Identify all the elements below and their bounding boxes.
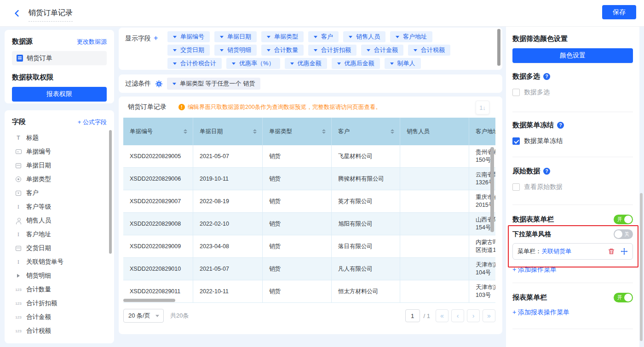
filter-condition-tag[interactable]: 单据类型 等于任意一个 销货 bbox=[167, 78, 260, 90]
help-icon[interactable]: ? bbox=[543, 168, 550, 175]
field-item[interactable]: 单据编号 bbox=[12, 145, 114, 159]
table-row[interactable]: XSDD20220829010 2021-05-07 销货 凡人有限公司 天津市… bbox=[123, 258, 495, 280]
field-item[interactable]: 单据类型 bbox=[12, 172, 114, 186]
cell-salesperson bbox=[400, 190, 469, 212]
field-item[interactable]: 标题 bbox=[12, 131, 114, 145]
column-header[interactable]: 单据类型 bbox=[263, 118, 332, 145]
help-icon[interactable]: ? bbox=[557, 122, 564, 129]
gear-icon[interactable] bbox=[155, 80, 162, 87]
display-field-tag[interactable]: 销售人员 bbox=[343, 31, 385, 42]
column-header[interactable]: 客户 bbox=[332, 118, 400, 145]
display-field-tag[interactable]: 客户 bbox=[308, 31, 339, 42]
display-field-tag[interactable]: 交货日期 bbox=[167, 45, 210, 56]
next-page-button[interactable]: › bbox=[467, 309, 480, 322]
raw-data-checkbox-row[interactable]: 查看原始数据 bbox=[512, 183, 633, 191]
display-field-tag[interactable]: 合计价税合计 bbox=[167, 58, 222, 69]
display-field-tag[interactable]: 合计税额 bbox=[408, 45, 450, 56]
display-fields-scrollbar[interactable] bbox=[497, 29, 500, 66]
field-item[interactable]: 交货日期 bbox=[12, 241, 114, 255]
add-display-field-button[interactable]: + bbox=[154, 34, 158, 42]
column-header[interactable]: 客户地址 bbox=[469, 118, 495, 145]
field-item[interactable]: 合计数量 bbox=[12, 283, 114, 296]
add-formula-field-link[interactable]: + 公式字段 bbox=[78, 118, 107, 126]
sort-icon[interactable] bbox=[184, 129, 187, 134]
column-header[interactable]: 单据编号 bbox=[123, 118, 193, 145]
help-icon[interactable]: ? bbox=[543, 73, 550, 80]
field-item[interactable]: 销货明细 bbox=[12, 269, 114, 283]
field-item[interactable]: 关联销货单号 bbox=[12, 255, 114, 269]
field-label: 销货明细 bbox=[26, 272, 51, 280]
page-size-select[interactable]: 20 条/页 bbox=[123, 309, 164, 323]
display-field-tag[interactable]: 单据编号 bbox=[167, 31, 210, 42]
raw-data-section: 原始数据 ? 查看原始数据 bbox=[512, 167, 633, 191]
cell-type: 销货 bbox=[263, 258, 332, 280]
table-row[interactable]: XSDD20220829011 2022-10-11 销货 恒太方材料公司 天津… bbox=[123, 280, 495, 303]
field-item[interactable]: 合计税额 bbox=[12, 324, 114, 338]
table-vertical-scrollbar[interactable] bbox=[490, 147, 494, 232]
page-input[interactable] bbox=[405, 309, 420, 322]
table-row[interactable]: XSDD20220829009 2023-04-08 销货 落日有限公司 内蒙古… bbox=[123, 235, 495, 258]
checkbox[interactable] bbox=[512, 183, 520, 191]
checkbox[interactable] bbox=[512, 137, 520, 145]
field-item[interactable]: 合计折扣额 bbox=[12, 296, 114, 310]
table-row[interactable]: XSDD20220829005 2021-05-07 销货 飞星材料公司 贵州省… bbox=[123, 145, 495, 168]
table-row[interactable]: XSDD20220829008 2022-02-10 销货 旭阳有限公司 山西省… bbox=[123, 213, 495, 235]
column-header[interactable]: 销售人员 bbox=[400, 118, 469, 145]
table-menu-toggle[interactable]: 开 bbox=[614, 215, 633, 224]
cell-order-no: XSDD20220829006 bbox=[123, 168, 193, 190]
color-settings-button[interactable]: 颜色设置 bbox=[512, 48, 633, 63]
page-scrollbar[interactable] bbox=[640, 193, 643, 341]
trash-icon[interactable] bbox=[608, 248, 615, 255]
change-datasource-link[interactable]: 更改数据源 bbox=[77, 38, 107, 46]
report-menu-toggle[interactable]: 开 bbox=[614, 293, 633, 302]
first-page-button[interactable]: « bbox=[436, 309, 448, 322]
field-item[interactable]: 合计金额 bbox=[12, 310, 114, 324]
dropdown-style-toggle[interactable]: 关 bbox=[614, 229, 633, 239]
move-icon[interactable] bbox=[621, 248, 628, 255]
field-item[interactable]: 客户地址 bbox=[12, 228, 114, 241]
fields-scrollbar[interactable] bbox=[109, 130, 112, 254]
last-page-button[interactable]: » bbox=[483, 309, 495, 322]
add-report-action-menu-link[interactable]: + 添加报表操作菜单 bbox=[512, 308, 569, 317]
prev-page-button[interactable]: ‹ bbox=[451, 309, 464, 322]
column-header[interactable]: 单据日期 bbox=[193, 118, 263, 145]
save-button[interactable]: 保存 bbox=[602, 5, 636, 19]
address-line-2: 104号 bbox=[476, 269, 491, 277]
table-row[interactable]: XSDD20220829006 2019-10-11 销货 腾骏材料有限公司 云… bbox=[123, 168, 495, 190]
display-field-tag[interactable]: 制单人 bbox=[385, 58, 421, 69]
sort-icon[interactable] bbox=[391, 129, 394, 134]
checkbox[interactable] bbox=[512, 89, 520, 96]
display-field-tag[interactable]: 优惠金额 bbox=[285, 58, 327, 69]
field-item[interactable]: 销售人员 bbox=[12, 214, 114, 228]
display-field-tag[interactable]: 客户地址 bbox=[390, 31, 432, 42]
table-row[interactable]: XSDD20220829007 2022-08-19 销货 英才有限公司 重庆市… bbox=[123, 190, 495, 213]
field-item[interactable]: 单据日期 bbox=[12, 159, 114, 172]
datasource-item[interactable]: 销货订单 bbox=[12, 51, 107, 65]
add-action-menu-link[interactable]: + 添加操作菜单 bbox=[512, 266, 557, 274]
menu-bar-item[interactable]: 菜单栏： 关联销货单 bbox=[512, 243, 633, 260]
sort-order-button[interactable]: 1↓ bbox=[476, 101, 489, 114]
sort-icon[interactable] bbox=[322, 129, 326, 134]
tag-label: 单据日期 bbox=[227, 33, 251, 41]
report-permission-button[interactable]: 报表权限 bbox=[12, 87, 107, 102]
table-horizontal-scrollbar[interactable] bbox=[123, 299, 175, 302]
back-button[interactable] bbox=[13, 9, 21, 17]
display-field-tag[interactable]: 单据日期 bbox=[214, 31, 257, 42]
display-field-tag[interactable]: 优惠率（%） bbox=[226, 58, 280, 69]
address-line-2: 150号 bbox=[476, 156, 491, 164]
sort-icon[interactable] bbox=[253, 129, 257, 134]
display-field-tag[interactable]: 合计金额 bbox=[361, 45, 403, 56]
display-field-tag[interactable]: 优惠后金额 bbox=[332, 58, 380, 69]
divider bbox=[512, 205, 633, 205]
toggle-label: 关 bbox=[624, 231, 629, 238]
multi-select-checkbox-row[interactable]: 数据多选 bbox=[512, 88, 633, 97]
menu-freeze-checkbox-row[interactable]: 数据菜单冻结 bbox=[512, 137, 633, 145]
field-item[interactable]: 客户 bbox=[12, 186, 114, 200]
display-field-tag[interactable]: 销货明细 bbox=[214, 45, 257, 56]
display-field-tag[interactable]: 合计数量 bbox=[261, 45, 304, 56]
menu-bar-prefix: 菜单栏： bbox=[518, 247, 541, 256]
display-field-tag[interactable]: 单据类型 bbox=[261, 31, 304, 42]
display-field-tag[interactable]: 合计折扣额 bbox=[308, 45, 356, 56]
field-item[interactable]: 客户等级 bbox=[12, 200, 114, 214]
linked-sales-order-link[interactable]: 关联销货单 bbox=[541, 247, 571, 256]
